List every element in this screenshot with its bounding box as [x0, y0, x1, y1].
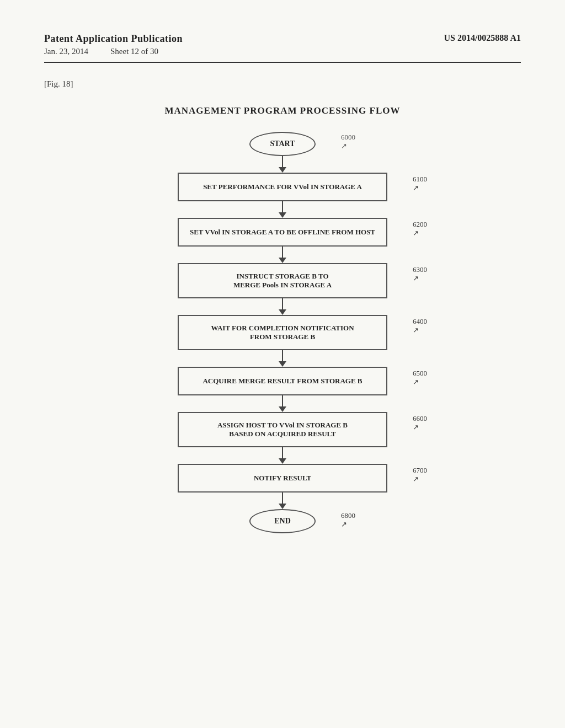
end-label: END	[274, 517, 291, 526]
ref-6100: 6100↗	[413, 175, 427, 192]
step-6600: ASSIGN HOST TO VVol IN STORAGE B BASED O…	[178, 412, 387, 447]
flowchart-title: MANAGEMENT PROGRAM PROCESSING FLOW	[164, 105, 400, 116]
arrow-6	[279, 395, 286, 412]
arrow-head	[279, 504, 286, 509]
ref-6500: 6500↗	[413, 369, 427, 387]
flowchart: MANAGEMENT PROGRAM PROCESSING FLOW START…	[44, 105, 521, 533]
sheet-info: Sheet 12 of 30	[110, 47, 158, 56]
arrow-line	[282, 247, 283, 258]
step-6700-container: NOTIFY RESULT 6700↗	[178, 464, 387, 493]
step-6200-container: SET VVol IN STORAGE A TO BE OFFLINE FROM…	[178, 218, 387, 247]
arrow-line	[282, 395, 283, 406]
step-6100-container: SET PERFORMANCE FOR VVol IN STORAGE A 61…	[178, 173, 387, 201]
step-6500-container: ACQUIRE MERGE RESULT FROM STORAGE B 6500…	[178, 367, 387, 395]
step-6300-container: INSTRUCT STORAGE B TO MERGE Pools IN STO…	[178, 263, 387, 298]
ref-6200: 6200↗	[413, 220, 427, 238]
arrow-8	[279, 493, 286, 509]
arrow-line	[282, 350, 283, 361]
step-6700: NOTIFY RESULT	[178, 464, 387, 493]
arrow-1	[279, 156, 286, 173]
arrow-2	[279, 201, 286, 218]
step-6400: WAIT FOR COMPLETION NOTIFICATION FROM ST…	[178, 315, 387, 350]
header-left: Patent Application Publication Jan. 23, …	[44, 33, 183, 56]
step-6300: INSTRUCT STORAGE B TO MERGE Pools IN STO…	[178, 263, 387, 298]
ref-6400: 6400↗	[413, 317, 427, 335]
step-6600-container: ASSIGN HOST TO VVol IN STORAGE B BASED O…	[178, 412, 387, 447]
step-6400-container: WAIT FOR COMPLETION NOTIFICATION FROM ST…	[178, 315, 387, 350]
arrow-head	[279, 458, 286, 464]
arrow-head	[279, 406, 286, 412]
start-node: START	[249, 132, 316, 156]
arrow-5	[279, 350, 286, 367]
arrow-head	[279, 167, 286, 173]
ref-6300: 6300↗	[413, 265, 427, 283]
arrow-line	[282, 493, 283, 504]
step-6200: SET VVol IN STORAGE A TO BE OFFLINE FROM…	[178, 218, 387, 247]
arrow-line	[282, 201, 283, 212]
patent-number: US 2014/0025888 A1	[444, 33, 521, 43]
ref-6600: 6600↗	[413, 414, 427, 432]
arrow-head	[279, 212, 286, 218]
ref-6700: 6700↗	[413, 466, 427, 484]
arrow-3	[279, 247, 286, 263]
page: Patent Application Publication Jan. 23, …	[0, 0, 565, 728]
publication-title: Patent Application Publication	[44, 33, 183, 45]
step-6500: ACQUIRE MERGE RESULT FROM STORAGE B	[178, 367, 387, 395]
arrow-head	[279, 361, 286, 367]
page-header: Patent Application Publication Jan. 23, …	[44, 33, 521, 63]
start-container: START 6000↗	[249, 132, 316, 156]
figure-label: [Fig. 18]	[44, 79, 521, 89]
publication-date: Jan. 23, 2014	[44, 47, 88, 56]
header-meta: Jan. 23, 2014 Sheet 12 of 30	[44, 47, 183, 56]
arrow-line	[282, 298, 283, 309]
end-container: END 6800↗	[249, 509, 316, 533]
step-6100: SET PERFORMANCE FOR VVol IN STORAGE A	[178, 173, 387, 201]
arrow-4	[279, 298, 286, 315]
ref-6000: 6000↗	[341, 133, 355, 151]
ref-6800: 6800↗	[341, 511, 355, 529]
end-node: END	[249, 509, 316, 533]
arrow-line	[282, 447, 283, 458]
start-label: START	[270, 140, 295, 148]
arrow-7	[279, 447, 286, 464]
arrow-head	[279, 309, 286, 315]
arrow-line	[282, 156, 283, 167]
arrow-head	[279, 258, 286, 263]
